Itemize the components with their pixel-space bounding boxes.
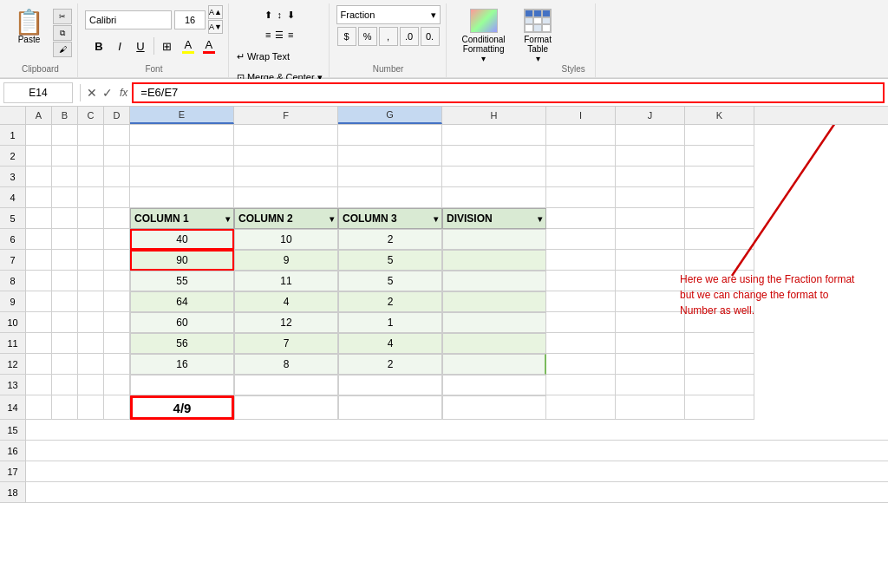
cell-g7[interactable]: 5 (338, 250, 442, 271)
cell-e8[interactable]: 55 (130, 271, 234, 291)
col-header-b[interactable]: B (52, 107, 78, 124)
row-num-9[interactable]: 9 (0, 291, 26, 312)
cut-icon[interactable]: ✂ (53, 9, 72, 24)
cell-reference-box[interactable]: E14 (3, 82, 73, 103)
cell-h12[interactable] (442, 354, 546, 375)
number-format-dropdown[interactable]: Fraction ▾ (336, 5, 441, 24)
cell-f9[interactable]: 4 (234, 291, 338, 312)
font-grow-icon[interactable]: A▲ (208, 5, 223, 19)
col-header-j[interactable]: J (616, 107, 685, 124)
col-header-g[interactable]: G (338, 107, 442, 124)
col-header-c[interactable]: C (78, 107, 104, 124)
bold-button[interactable]: B (89, 36, 108, 56)
top-align-button[interactable]: ⬆ (263, 5, 273, 24)
row-num-4[interactable]: 4 (0, 187, 26, 208)
fill-color-button[interactable]: A (179, 36, 198, 56)
paste-button[interactable]: 📋 Paste (9, 9, 49, 46)
cell-f6[interactable]: 10 (234, 229, 338, 250)
row-num-12[interactable]: 12 (0, 354, 26, 375)
cell-h1[interactable] (442, 125, 546, 146)
cell-e10[interactable]: 60 (130, 312, 234, 333)
italic-button[interactable]: I (110, 36, 129, 56)
cell-g8[interactable]: 5 (338, 271, 442, 291)
cell-e5-column1-header[interactable]: COLUMN 1 ▾ (130, 208, 234, 229)
cell-c1[interactable] (78, 125, 104, 146)
cell-e9[interactable]: 64 (130, 291, 234, 312)
cell-f7[interactable]: 9 (234, 250, 338, 271)
comma-button[interactable]: , (379, 27, 398, 46)
cell-f8[interactable]: 11 (234, 271, 338, 291)
row-num-15[interactable]: 15 (0, 420, 26, 441)
formula-confirm-button[interactable]: ✓ (102, 86, 113, 100)
cell-g10[interactable]: 1 (338, 312, 442, 333)
row-num-8[interactable]: 8 (0, 271, 26, 291)
cell-h5-division-header[interactable]: DIVISION ▾ (442, 208, 546, 229)
row-num-1[interactable]: 1 (0, 125, 26, 146)
font-size-input[interactable] (174, 10, 206, 29)
cell-h8[interactable] (442, 271, 546, 291)
cell-d1[interactable] (104, 125, 130, 146)
cell-h9[interactable] (442, 291, 546, 312)
col-header-k[interactable]: K (685, 107, 754, 124)
conditional-formatting-button[interactable]: Conditional Formatting ▾ (454, 5, 514, 67)
cell-g5-column3-header[interactable]: COLUMN 3 ▾ (338, 208, 442, 229)
format-table-button[interactable]: Format Table ▾ (514, 5, 562, 67)
cell-f10[interactable]: 12 (234, 312, 338, 333)
cell-g11[interactable]: 4 (338, 333, 442, 354)
percent-button[interactable]: % (358, 27, 377, 46)
row-num-16[interactable]: 16 (0, 441, 26, 461)
font-color-button[interactable]: A (199, 36, 219, 56)
borders-button[interactable]: ⊞ (158, 36, 177, 56)
row-num-14[interactable]: 14 (0, 395, 26, 420)
cell-h7[interactable] (442, 250, 546, 271)
cell-a1[interactable] (26, 125, 52, 146)
copy-icon[interactable]: ⧉ (53, 25, 72, 41)
row-num-5[interactable]: 5 (0, 208, 26, 229)
bottom-align-button[interactable]: ⬇ (285, 5, 296, 24)
cell-e7[interactable]: 90 (130, 250, 234, 271)
decrease-decimal-button[interactable]: 0. (421, 27, 440, 46)
col-header-h[interactable]: H (442, 107, 546, 124)
row-num-18[interactable]: 18 (0, 482, 26, 503)
underline-button[interactable]: U (131, 36, 150, 56)
cell-j1[interactable] (616, 125, 685, 146)
row-num-13[interactable]: 13 (0, 375, 26, 395)
format-painter-icon[interactable]: 🖌 (53, 42, 72, 57)
cell-h6[interactable] (442, 229, 546, 250)
col-header-e[interactable]: E (130, 107, 234, 124)
row-num-10[interactable]: 10 (0, 312, 26, 333)
col-header-a[interactable]: A (26, 107, 52, 124)
left-align-button[interactable]: ≡ (263, 25, 273, 44)
cell-f12[interactable]: 8 (234, 354, 338, 375)
row-num-11[interactable]: 11 (0, 333, 26, 354)
cell-g9[interactable]: 2 (338, 291, 442, 312)
cell-e6[interactable]: 40 (130, 229, 234, 250)
cell-e11[interactable]: 56 (130, 333, 234, 354)
cell-b1[interactable] (52, 125, 78, 146)
increase-decimal-button[interactable]: .0 (400, 27, 419, 46)
cell-i1[interactable] (546, 125, 616, 146)
cell-e1[interactable] (130, 125, 234, 146)
right-align-button[interactable]: ≡ (285, 25, 296, 44)
row-num-6[interactable]: 6 (0, 229, 26, 250)
font-name-input[interactable] (85, 10, 172, 29)
cell-k1[interactable] (685, 125, 754, 146)
cell-h10[interactable] (442, 312, 546, 333)
wrap-text-button[interactable]: ↵ Wrap Text (236, 47, 323, 66)
cell-g12[interactable]: 2 (338, 354, 442, 375)
cell-h11[interactable] (442, 333, 546, 354)
col-header-i[interactable]: I (546, 107, 616, 124)
filter-dropdown-g5[interactable]: ▾ (434, 214, 438, 224)
filter-dropdown-e5[interactable]: ▾ (225, 214, 230, 224)
cell-f11[interactable]: 7 (234, 333, 338, 354)
cell-e14-result[interactable]: 4/9 (130, 395, 234, 420)
col-header-d[interactable]: D (104, 107, 130, 124)
center-align-button[interactable]: ☰ (274, 25, 284, 44)
cell-e12[interactable]: 16 (130, 354, 234, 375)
col-header-f[interactable]: F (234, 107, 338, 124)
font-shrink-icon[interactable]: A▼ (208, 20, 223, 34)
cell-g6[interactable]: 2 (338, 229, 442, 250)
row-num-7[interactable]: 7 (0, 250, 26, 271)
formula-input[interactable] (132, 82, 885, 103)
row-num-2[interactable]: 2 (0, 146, 26, 167)
